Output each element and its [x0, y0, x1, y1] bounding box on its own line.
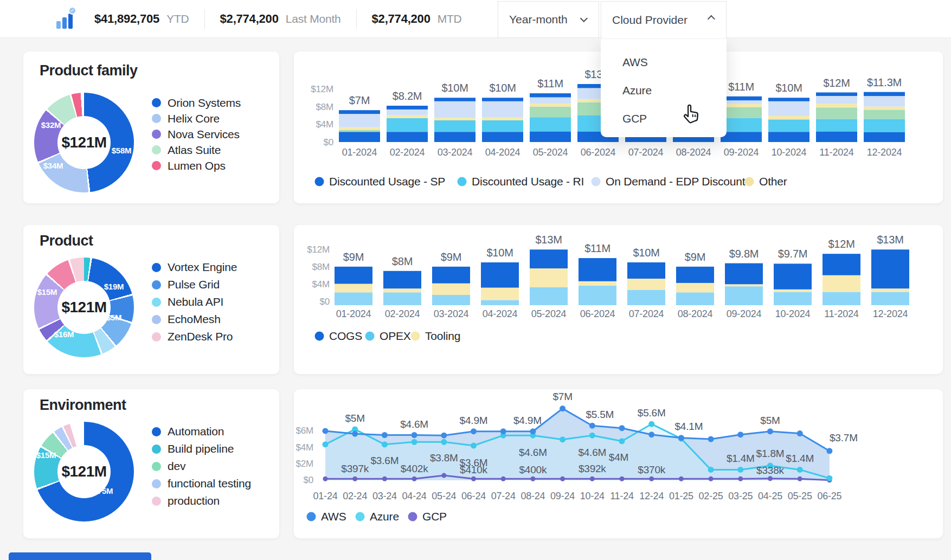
bar-segment [871, 292, 909, 306]
data-point [352, 431, 358, 437]
legend-dot-icon [152, 298, 161, 307]
product-donut-chart[interactable]: $121M [34, 258, 134, 357]
data-point [797, 467, 803, 473]
data-point [590, 477, 595, 481]
chevron-down-icon [580, 15, 588, 22]
legend-label: Lumen Ops [168, 159, 226, 172]
bar-segment [864, 96, 905, 107]
x-axis-label: 06-2024 [580, 308, 615, 319]
bar-segment [481, 300, 519, 306]
bar-segment [864, 132, 905, 142]
bar-total-label: $11M [584, 242, 611, 254]
mtd-stat-value: $2,774,200 [372, 12, 430, 26]
data-point [412, 439, 417, 445]
point-value-label: $5M [760, 415, 780, 426]
bar-segment [676, 283, 714, 292]
legend-label: dev [168, 460, 185, 473]
card-title: Product family [40, 62, 138, 79]
environment-donut-chart[interactable]: $121M [34, 422, 134, 522]
bar-total-label: $10M [486, 247, 513, 259]
provider-line-chart[interactable]: $6M$4M$2M$0$5M$3.6M$4.6M$3.8M$4.9M$3.6M$… [294, 389, 943, 538]
svg-text:$8M: $8M [312, 262, 330, 272]
bar-segment [339, 132, 380, 142]
legend-dot-icon [152, 161, 161, 170]
donut-slice-label: $75M [93, 486, 113, 495]
partially-visible-card-element [9, 552, 151, 560]
x-axis-label: 03-2024 [434, 308, 469, 319]
legend-dot-icon [152, 145, 161, 155]
donut-legend: Vortex EnginePulse GridNebula APIEchoMes… [152, 259, 237, 345]
bar-total-label: $9.8M [729, 248, 759, 260]
ytd-stat-label: YTD [166, 12, 189, 25]
x-axis-label: 12-2024 [867, 147, 902, 158]
data-point [708, 436, 714, 442]
legend-dot-icon [152, 497, 161, 506]
x-axis-label: 11-24 [610, 491, 634, 501]
divider [204, 9, 205, 29]
provider-chart-card: $6M$4M$2M$0$5M$3.6M$4.6M$3.8M$4.9M$3.6M$… [294, 389, 943, 538]
svg-text:$0: $0 [323, 137, 333, 147]
point-value-label: $4.6M [578, 447, 606, 458]
data-point [620, 477, 625, 481]
bar-segment [432, 295, 470, 305]
year-month-dropdown[interactable]: Year-month [498, 1, 599, 38]
data-point [589, 423, 595, 429]
bar-segment [335, 284, 372, 293]
x-axis-label: 12-24 [639, 491, 664, 501]
last-month-stat-label: Last Month [286, 12, 341, 25]
svg-text:$4M: $4M [312, 279, 330, 289]
cloud-provider-dropdown-button[interactable]: Cloud Provider [601, 1, 727, 38]
data-point [530, 428, 536, 434]
bar-total-label: $12M [828, 238, 854, 250]
point-value-label: $370k [638, 464, 665, 475]
data-point [826, 475, 832, 481]
x-axis-label: 10-2024 [772, 147, 807, 158]
bar-segment [530, 131, 571, 142]
product-family-donut-chart[interactable]: $121M [34, 93, 134, 192]
bar-segment [871, 288, 909, 292]
bar-segment [579, 258, 616, 281]
point-value-label: $5M [345, 413, 365, 424]
menu-item-gcp[interactable]: GCP [601, 105, 727, 133]
legend-dot-icon [152, 479, 161, 488]
menu-item-aws[interactable]: AWS [601, 48, 727, 76]
legend-dot-icon [152, 315, 161, 324]
legend-item: Automation [152, 423, 251, 440]
bar-segment [387, 118, 428, 132]
last-month-stat: $2,774,200 Last Month [220, 12, 341, 26]
legend-item: Atlas Suite [152, 142, 241, 158]
bar-total-label: $10M [775, 82, 802, 94]
legend-label: COGS [329, 330, 362, 342]
bar-segment [383, 271, 421, 288]
legend-label: Discounted Usage - RI [472, 175, 584, 188]
legend-dot-icon [307, 512, 316, 522]
svg-text:$12M: $12M [311, 84, 333, 94]
data-point [737, 432, 743, 437]
bar-segment [335, 292, 372, 305]
product-card: Product $121M Vortex EnginePulse GridNeb… [23, 225, 279, 374]
bar-segment [434, 120, 476, 132]
data-point [678, 435, 684, 441]
legend-item: Helix Core [152, 111, 241, 126]
donut-legend: AutomationBuild pipelinedevfunctional te… [152, 423, 251, 510]
cost-stacked-bar-chart[interactable]: $12M$8M$4M$0$9M01-2024$8M02-2024$9M03-20… [294, 225, 943, 374]
legend-label: Pulse Grid [168, 278, 220, 291]
legend-label: On Demand - EDP Discount [606, 175, 746, 188]
legend-label: Helix Core [168, 112, 220, 125]
legend-label: Tooling [425, 330, 460, 342]
bar-segment [482, 117, 523, 120]
legend-label: Nebula API [168, 295, 223, 308]
bar-segment [627, 279, 665, 290]
data-point [738, 477, 743, 481]
point-value-label: $400k [519, 464, 547, 475]
bar-segment [339, 130, 380, 132]
legend-dot-icon [152, 130, 161, 139]
x-axis-label: 06-25 [817, 491, 841, 501]
bar-total-label: $9M [685, 251, 705, 263]
bar-segment [481, 288, 519, 300]
bar-total-label: $10M [489, 82, 516, 94]
legend-label: Vortex Engine [168, 261, 237, 274]
menu-item-azure[interactable]: Azure [601, 76, 727, 105]
data-point [648, 432, 654, 437]
donut-slice-label: $58M [112, 146, 132, 155]
